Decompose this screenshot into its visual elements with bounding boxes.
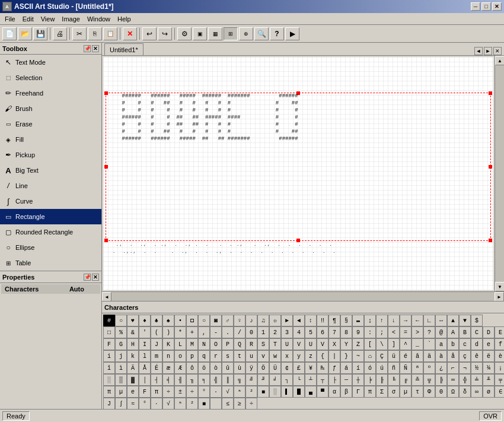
char-cell-2-12[interactable]: R bbox=[245, 338, 257, 350]
char-cell-6-9[interactable]: · bbox=[210, 386, 222, 398]
char-cell-2-24[interactable]: ] bbox=[388, 338, 400, 350]
char-cell-5-8[interactable]: ╕ bbox=[198, 374, 210, 386]
char-cell-0-21[interactable]: ▬ bbox=[352, 315, 364, 326]
char-cell-5-22[interactable]: ╞ bbox=[364, 374, 376, 386]
sel-handle-tl[interactable] bbox=[104, 91, 108, 95]
char-cell-3-3[interactable]: l bbox=[139, 350, 151, 362]
scroll-up-button[interactable]: ▲ bbox=[495, 56, 504, 65]
settings-button[interactable]: ⚙ bbox=[177, 27, 192, 40]
char-cell-0-20[interactable]: § bbox=[340, 315, 352, 326]
char-cell-6-8[interactable]: ° bbox=[198, 386, 210, 398]
char-cell-6-12[interactable]: ² bbox=[245, 386, 257, 398]
char-cell-6-17[interactable]: ▄ bbox=[305, 386, 317, 398]
char-cell-5-11[interactable]: ╗ bbox=[234, 374, 245, 386]
char-cell-2-7[interactable]: M bbox=[186, 338, 198, 350]
char-cell-3-8[interactable]: q bbox=[198, 350, 210, 362]
char-cell-5-31[interactable]: ╧ bbox=[471, 374, 483, 386]
canvas-content[interactable]: ###### ###### ##### ###### ####### #####… bbox=[103, 57, 493, 290]
char-cell-6-2[interactable]: e bbox=[127, 386, 139, 398]
char-cell-2-14[interactable]: T bbox=[269, 338, 281, 350]
char-cell-0-7[interactable]: ◘ bbox=[186, 315, 198, 326]
char-cell-2-32[interactable]: e bbox=[483, 338, 495, 350]
char-cell-6-16[interactable]: █ bbox=[293, 386, 305, 398]
char-cell-6-14[interactable]: ░ bbox=[269, 386, 281, 398]
char-cell-7-7[interactable]: ² bbox=[186, 398, 198, 409]
char-cell-5-30[interactable]: ╬ bbox=[459, 374, 471, 386]
char-cell-0-28[interactable]: ↔ bbox=[435, 315, 447, 326]
char-cell-4-26[interactable]: ª bbox=[412, 362, 423, 374]
char-cell-6-29[interactable]: Ω bbox=[447, 386, 459, 398]
char-cell-1-18[interactable]: 6 bbox=[317, 326, 328, 338]
char-cell-1-26[interactable]: > bbox=[412, 326, 423, 338]
scroll-track-h[interactable] bbox=[111, 292, 495, 301]
tab-prev-button[interactable]: ◄ bbox=[474, 47, 483, 55]
char-cell-0-22[interactable]: ↨ bbox=[364, 315, 376, 326]
delete-button[interactable]: ✕ bbox=[123, 27, 137, 40]
char-cell-1-24[interactable]: < bbox=[388, 326, 400, 338]
char-cell-1-33[interactable]: E bbox=[495, 326, 504, 338]
char-cell-5-2[interactable]: ▓ bbox=[127, 374, 139, 386]
char-cell-1-15[interactable]: 3 bbox=[281, 326, 293, 338]
char-cell-0-29[interactable]: ▲ bbox=[447, 315, 459, 326]
char-cell-0-19[interactable]: ¶ bbox=[328, 315, 340, 326]
tool-rounded-rect[interactable]: ▢ Rounded Rectangle bbox=[0, 224, 101, 240]
char-cell-2-0[interactable]: F bbox=[103, 338, 115, 350]
char-cell-3-22[interactable]: ⌂ bbox=[364, 350, 376, 362]
char-cell-3-16[interactable]: y bbox=[293, 350, 305, 362]
char-cell-6-30[interactable]: δ bbox=[459, 386, 471, 398]
char-cell-1-13[interactable]: 1 bbox=[257, 326, 269, 338]
char-cell-1-21[interactable]: 9 bbox=[352, 326, 364, 338]
char-cell-6-13[interactable]: ■ bbox=[257, 386, 269, 398]
char-cell-4-30[interactable]: ¬ bbox=[459, 362, 471, 374]
scroll-track-v[interactable] bbox=[495, 65, 504, 282]
char-cell-1-23[interactable]: ; bbox=[376, 326, 388, 338]
char-cell-6-23[interactable]: Σ bbox=[376, 386, 388, 398]
sel-handle-bl[interactable] bbox=[104, 239, 108, 242]
char-cell-4-18[interactable]: ₧ bbox=[317, 362, 328, 374]
char-cell-4-0[interactable]: î bbox=[103, 362, 115, 374]
char-cell-1-16[interactable]: 4 bbox=[293, 326, 305, 338]
cut-button[interactable]: ✂ bbox=[72, 27, 87, 40]
char-cell-1-32[interactable]: D bbox=[483, 326, 495, 338]
zoom-button[interactable]: 🔍 bbox=[254, 27, 269, 40]
char-cell-1-28[interactable]: @ bbox=[435, 326, 447, 338]
char-cell-5-24[interactable]: ╚ bbox=[388, 374, 400, 386]
undo-button[interactable]: ↩ bbox=[142, 27, 157, 40]
menu-window[interactable]: Window bbox=[84, 14, 114, 24]
char-cell-2-21[interactable]: Z bbox=[352, 338, 364, 350]
char-cell-4-31[interactable]: ½ bbox=[471, 362, 483, 374]
char-cell-6-19[interactable]: α bbox=[328, 386, 340, 398]
char-cell-5-0[interactable]: ░ bbox=[103, 374, 115, 386]
char-cell-5-7[interactable]: ╖ bbox=[186, 374, 198, 386]
close-button[interactable]: ✕ bbox=[492, 2, 502, 11]
char-cell-4-33[interactable]: ¡ bbox=[495, 362, 504, 374]
char-cell-4-7[interactable]: ô bbox=[186, 362, 198, 374]
char-cell-4-19[interactable]: ƒ bbox=[328, 362, 340, 374]
copy-button[interactable]: ⎘ bbox=[88, 27, 102, 40]
char-cell-3-6[interactable]: o bbox=[174, 350, 186, 362]
char-cell-7-3[interactable]: ° bbox=[139, 398, 151, 409]
char-cell-1-9[interactable]: - bbox=[210, 326, 222, 338]
sel-handle-ml[interactable] bbox=[104, 165, 108, 169]
tool-pickup[interactable]: ✒ Pickup bbox=[0, 147, 101, 163]
char-cell-3-28[interactable]: à bbox=[435, 350, 447, 362]
char-cell-6-20[interactable]: β bbox=[340, 386, 352, 398]
print-button[interactable]: 🖨 bbox=[53, 27, 67, 40]
char-cell-6-21[interactable]: Γ bbox=[352, 386, 364, 398]
char-cell-0-13[interactable]: ♫ bbox=[257, 315, 269, 326]
char-cell-3-33[interactable]: è bbox=[495, 350, 504, 362]
char-cell-3-14[interactable]: w bbox=[269, 350, 281, 362]
char-cell-0-26[interactable]: ← bbox=[412, 315, 423, 326]
char-cell-4-13[interactable]: Ö bbox=[257, 362, 269, 374]
char-cell-0-15[interactable]: ► bbox=[281, 315, 293, 326]
char-cell-6-22[interactable]: π bbox=[364, 386, 376, 398]
char-cell-3-2[interactable]: k bbox=[127, 350, 139, 362]
char-cell-6-0[interactable]: π bbox=[103, 386, 115, 398]
char-cell-7-0[interactable]: J bbox=[103, 398, 115, 409]
char-cell-5-20[interactable]: ─ bbox=[340, 374, 352, 386]
char-cell-1-5[interactable]: ) bbox=[162, 326, 174, 338]
char-cell-4-29[interactable]: ⌐ bbox=[447, 362, 459, 374]
char-cell-7-12[interactable]: ÷ bbox=[245, 398, 257, 409]
sel-handle-mr[interactable] bbox=[489, 165, 492, 169]
scroll-right-button[interactable]: ► bbox=[495, 292, 504, 301]
